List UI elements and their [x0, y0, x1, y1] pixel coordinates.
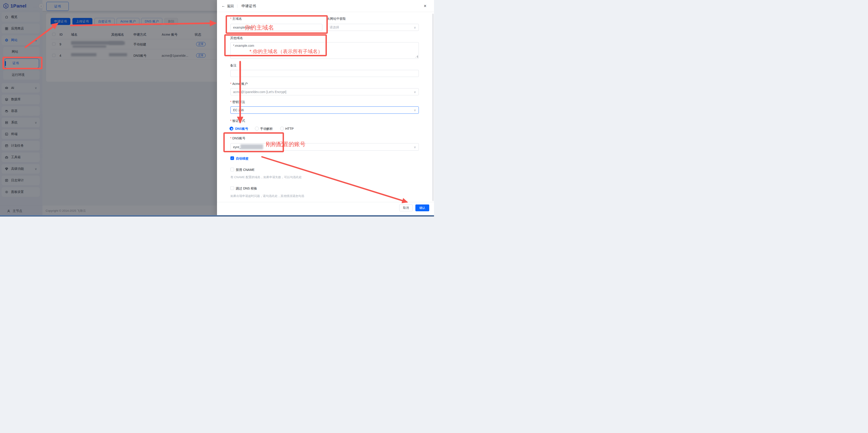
annotation-text-other-domain: *.你的主域名（表示所有子域名）	[249, 48, 323, 55]
button-label: 取消	[403, 206, 409, 210]
auto-renew-label[interactable]: 自动续签	[236, 157, 249, 161]
annotation-box-main-domain	[226, 15, 328, 34]
window-bottom-edge	[0, 215, 434, 216]
skip-dns-checkbox[interactable]	[230, 186, 234, 190]
button-label: 确认	[420, 206, 425, 210]
chevron-down-icon: ∨	[414, 108, 416, 112]
chevron-down-icon: ∨	[414, 145, 416, 149]
verify-mode-label: *验证方式	[230, 119, 245, 123]
annotation-text-main-domain: 你的主域名	[245, 24, 274, 32]
select-placeholder: 请选择	[330, 25, 339, 30]
required-star: *	[230, 100, 231, 104]
check-icon: ✓	[231, 157, 233, 160]
back-arrow-icon[interactable]: ←	[221, 4, 225, 8]
close-icon[interactable]: ✕	[424, 4, 427, 8]
acme-account-select[interactable]: acme@1paneldev.com [Let's Encrypt] ∨	[230, 88, 419, 95]
radio-manual-resolve[interactable]	[255, 127, 259, 130]
radio-label[interactable]: 手动解析	[260, 127, 273, 131]
remark-input[interactable]	[230, 70, 419, 77]
resize-handle-icon[interactable]	[415, 56, 418, 58]
label-text: 密钥算法	[232, 100, 245, 104]
radio-dns-account[interactable]	[229, 127, 234, 130]
radio-label[interactable]: DNS账号	[235, 127, 248, 131]
modal-dim-overlay[interactable]	[0, 0, 217, 216]
key-alg-select[interactable]: EC 256 ∨	[230, 106, 419, 114]
label-text: 验证方式	[232, 119, 245, 123]
annotation-box-certificate-menu	[2, 57, 42, 69]
radio-label[interactable]: HTTP	[285, 127, 294, 130]
chevron-down-icon: ∨	[414, 26, 416, 29]
header-divider	[237, 4, 238, 8]
cancel-button[interactable]: 取消	[399, 205, 413, 211]
skip-dns-help: 如果出现申请超时问题，请勾选此处，其他情况请勿勾选	[230, 194, 304, 198]
skip-dns-label[interactable]: 跳过 DNS 校验	[236, 187, 257, 191]
auto-renew-checkbox[interactable]: ✓	[230, 156, 234, 160]
drawer-header: ← 返回 申请证书 ✕	[217, 0, 434, 12]
select-value: acme@1paneldev.com [Let's Encrypt]	[233, 90, 286, 94]
label-text: 从网站中获取	[327, 17, 346, 21]
disable-cname-checkbox[interactable]	[230, 168, 234, 171]
app-root: { "app": { "logo": "1Panel" }, "icons": …	[0, 0, 434, 216]
chevron-down-icon: ∨	[414, 90, 416, 94]
confirm-button[interactable]: 确认	[415, 205, 429, 211]
acme-account-label: *Acme 账户	[230, 82, 248, 86]
from-site-label: 从网站中获取	[327, 17, 346, 21]
select-value: EC 256	[233, 108, 244, 112]
required-star: *	[230, 119, 231, 123]
annotation-text-dns-account: 刚刚配置的账号	[266, 141, 306, 148]
disable-cname-help: 有 CNAME 配置的域名，如果申请失败，可以勾选此处	[230, 175, 302, 179]
label-text: Acme 账户	[232, 82, 248, 86]
back-button[interactable]: 返回	[227, 4, 234, 8]
drawer-title: 申请证书	[242, 4, 256, 9]
from-site-select[interactable]: 请选择 ∨	[327, 24, 419, 31]
disable-cname-label[interactable]: 禁用 CNAME	[236, 168, 254, 172]
key-alg-label: *密钥算法	[230, 100, 245, 104]
radio-http[interactable]	[280, 127, 284, 130]
required-star: *	[230, 82, 231, 86]
remark-label: 备注	[230, 64, 237, 68]
label-text: 备注	[230, 64, 237, 67]
drawer-footer-divider	[217, 202, 434, 202]
drawer-scrollbar[interactable]	[432, 13, 434, 201]
